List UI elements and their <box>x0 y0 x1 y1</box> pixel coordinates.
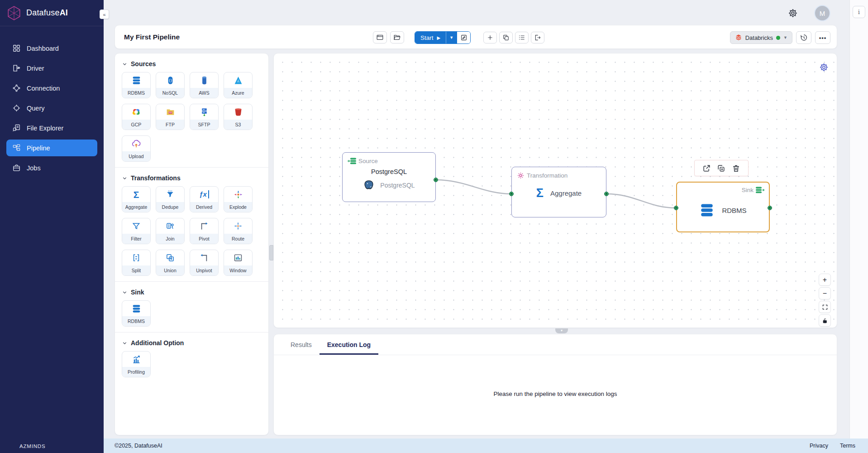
delete-node-button[interactable] <box>732 164 740 173</box>
palette-tile-azure[interactable]: Azure <box>224 72 253 98</box>
export-pipeline-button[interactable] <box>531 32 544 43</box>
palette-tile-join[interactable]: Join <box>156 218 185 244</box>
sidebar-item-label: Connection <box>27 85 60 92</box>
tile-label: Split <box>122 265 150 275</box>
panel-tabbar: Results Execution Log <box>274 334 837 355</box>
chevron-double-left-icon: « <box>103 12 105 17</box>
palette-tile-filter[interactable]: Filter <box>122 218 151 244</box>
user-avatar[interactable]: M <box>814 5 830 21</box>
palette-tile-split[interactable]: Split <box>122 250 151 276</box>
sidebar-item-label: Pipeline <box>27 145 50 152</box>
canvas-settings-icon[interactable] <box>819 63 829 72</box>
section-header-sink[interactable]: Sink <box>122 289 262 296</box>
file-explorer-icon <box>12 124 21 132</box>
palette-tile-aggregate[interactable]: ΣAggregate <box>122 186 151 212</box>
window-transform-icon <box>234 253 243 262</box>
palette-tile-sftp[interactable]: SFTP <box>190 104 219 130</box>
start-button[interactable]: Start▶ <box>415 32 446 43</box>
sidebar-collapse-button[interactable]: « <box>100 10 109 19</box>
unpivot-icon <box>200 253 209 262</box>
sidebar-item-jobs[interactable]: Jobs <box>6 159 97 176</box>
duplicate-node-button[interactable] <box>717 164 725 173</box>
tab-results[interactable]: Results <box>283 334 320 355</box>
palette-tile-route[interactable]: Route <box>224 218 253 244</box>
section-header-transformations[interactable]: Transformations <box>122 174 262 182</box>
open-pipeline-button[interactable] <box>390 31 404 43</box>
sidebar-item-query[interactable]: Query <box>6 100 97 116</box>
open-node-button[interactable] <box>702 164 711 173</box>
app-brand: DatafuseAI <box>0 0 104 26</box>
connection-icon <box>12 84 21 92</box>
tile-label: Upload <box>122 151 150 161</box>
palette-tile-sink-rdbms[interactable]: RDBMS <box>122 300 151 327</box>
palette-tile-s3[interactable]: S3 <box>224 104 253 130</box>
tile-label: GCP <box>122 120 150 130</box>
fit-view-button[interactable] <box>819 301 831 313</box>
sidebar-item-file-explorer[interactable]: File Explorer <box>6 120 97 136</box>
section-header-sources[interactable]: Sources <box>122 60 262 67</box>
chevron-down-icon <box>122 175 128 181</box>
settings-icon[interactable] <box>788 8 798 18</box>
lock-button[interactable] <box>819 314 831 327</box>
sidebar-item-label: File Explorer <box>27 125 63 132</box>
tile-label: Join <box>156 234 184 244</box>
panel-resize-handle[interactable]: ▾ <box>555 328 568 333</box>
palette-tile-rdbms[interactable]: RDBMS <box>122 72 151 98</box>
palette-tile-gcp[interactable]: GCP <box>122 104 151 130</box>
node-transformation-aggregate[interactable]: Transformation ΣAggregate <box>511 167 606 217</box>
palette-tile-unpivot[interactable]: Unpivot <box>190 250 219 276</box>
info-button[interactable]: i <box>853 6 865 18</box>
palette-section-sources: Sources RDBMS NoSQL AWS Azure GCP FTP SF… <box>115 53 268 167</box>
zoom-in-button[interactable]: + <box>819 274 831 286</box>
palette-tile-ftp[interactable]: FTP <box>156 104 185 130</box>
palette-tile-window[interactable]: Window <box>224 250 253 276</box>
gcp-icon <box>131 107 141 117</box>
palette-collapse-handle[interactable] <box>269 245 273 260</box>
sidebar-item-connection[interactable]: Connection <box>6 80 97 96</box>
sidebar-item-dashboard[interactable]: Dashboard <box>6 40 97 57</box>
jobs-icon <box>12 164 21 172</box>
node-source-postgresql[interactable]: Source PostgreSQL PostgreSQL <box>342 152 436 202</box>
postgresql-icon <box>363 179 375 191</box>
start-options-dropdown[interactable]: ▼ <box>446 32 457 43</box>
window-icon <box>376 34 384 41</box>
palette-section-transformations: Transformations ΣAggregate Dedupe ƒxDeri… <box>115 167 268 281</box>
palette-tile-upload[interactable]: Upload <box>122 135 151 162</box>
rdbms-icon <box>132 304 141 313</box>
copyright-text: ©2025, DatafuseAI <box>114 443 162 449</box>
palette-tile-profiling[interactable]: Profiling <box>122 351 151 377</box>
terms-link[interactable]: Terms <box>840 443 855 449</box>
edit-pipeline-button[interactable] <box>457 32 470 43</box>
palette-tile-explode[interactable]: Explode <box>224 186 253 212</box>
sidebar-item-label: Query <box>27 105 45 112</box>
history-button[interactable] <box>796 31 811 44</box>
sidebar-item-driver[interactable]: Driver <box>6 60 97 77</box>
chevron-down-icon: ▼ <box>449 35 453 40</box>
palette-tile-dedupe[interactable]: Dedupe <box>156 186 185 212</box>
more-options-button[interactable]: ••• <box>815 31 830 44</box>
tile-label: Profiling <box>122 367 150 377</box>
canvas-view-button[interactable] <box>373 31 387 43</box>
add-node-button[interactable] <box>483 32 497 43</box>
section-header-additional[interactable]: Additional Option <box>122 339 262 347</box>
sidebar-item-pipeline[interactable]: Pipeline <box>6 140 97 156</box>
node-list-button[interactable] <box>515 32 529 43</box>
pipeline-canvas[interactable]: Source PostgreSQL PostgreSQL Transformat… <box>273 53 837 328</box>
section-title: Sink <box>131 289 144 296</box>
palette-tile-derived[interactable]: ƒxDerived <box>190 186 219 212</box>
tab-execution-log[interactable]: Execution Log <box>320 334 378 355</box>
privacy-link[interactable]: Privacy <box>810 443 828 449</box>
tile-label: Pivot <box>190 234 218 244</box>
zoom-out-button[interactable]: − <box>819 287 831 299</box>
palette-tile-aws[interactable]: AWS <box>190 72 219 98</box>
node-palette: Sources RDBMS NoSQL AWS Azure GCP FTP SF… <box>114 53 269 435</box>
palette-tile-nosql[interactable]: NoSQL <box>156 72 185 98</box>
palette-tile-pivot[interactable]: Pivot <box>190 218 219 244</box>
tile-label: FTP <box>156 120 184 130</box>
upload-icon <box>131 139 141 149</box>
node-sink-rdbms[interactable]: Sink RDBMS <box>676 182 770 232</box>
tile-label: S3 <box>224 120 252 130</box>
connection-selector[interactable]: Databricks ▼ <box>730 31 792 44</box>
duplicate-pipeline-button[interactable] <box>499 32 513 43</box>
palette-tile-union[interactable]: Union <box>156 250 185 276</box>
